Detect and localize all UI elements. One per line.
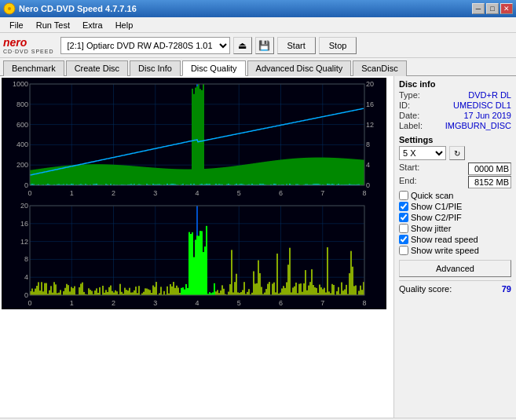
minimize-button[interactable]: ─ (472, 3, 485, 14)
show-write-speed-checkbox[interactable] (399, 246, 408, 255)
quality-score-label: Quality score: (399, 284, 452, 294)
show-write-speed-label: Show write speed (411, 246, 479, 255)
quick-scan-label: Quick scan (411, 191, 453, 200)
start-mb-row: Start: (399, 163, 511, 175)
tab-bar: Benchmark Create Disc Disc Info Disc Qua… (0, 58, 516, 76)
show-c2-label: Show C2/PIF (411, 213, 462, 222)
speed-selector[interactable]: 5 X (399, 146, 446, 160)
settings-section: Settings 5 X ↻ Start: End: Quick scan (399, 135, 511, 277)
maximize-button[interactable]: □ (486, 3, 499, 14)
main-content: Disc info Type: DVD+R DL ID: UMEDISC DL1… (0, 76, 516, 418)
show-c1-label: Show C1/PIE (411, 202, 462, 211)
start-mb-input[interactable] (468, 163, 511, 175)
nero-logo-text: nero (3, 36, 27, 49)
stop-button[interactable]: Stop (319, 37, 357, 54)
close-button[interactable]: ✕ (500, 3, 513, 14)
show-jitter-row: Show jitter (399, 224, 511, 233)
show-c1-row: Show C1/PIE (399, 202, 511, 211)
menu-run-test[interactable]: Run Test (30, 19, 76, 31)
drive-selector[interactable]: [2:1] Optiarc DVD RW AD-7280S 1.01 (60, 37, 230, 54)
upper-chart (2, 78, 386, 199)
save-icon-button[interactable]: 💾 (255, 37, 274, 54)
start-button[interactable]: Start (277, 37, 316, 54)
tab-scan-disc[interactable]: ScanDisc (353, 60, 406, 76)
charts-area (0, 76, 394, 418)
app-icon (3, 2, 16, 15)
show-jitter-label: Show jitter (411, 224, 451, 233)
disc-date-value: 17 Jun 2019 (463, 111, 511, 120)
tab-create-disc[interactable]: Create Disc (66, 60, 128, 76)
tab-benchmark[interactable]: Benchmark (3, 60, 64, 76)
disc-id-row: ID: UMEDISC DL1 (399, 100, 511, 110)
disc-date-label: Date: (399, 111, 419, 120)
tab-advanced-disc-quality[interactable]: Advanced Disc Quality (247, 60, 352, 76)
disc-id-value: UMEDISC DL1 (453, 100, 511, 110)
disc-date-row: Date: 17 Jun 2019 (399, 111, 511, 120)
disc-label-value: IMGBURN_DISC (445, 121, 511, 130)
stats-panel: Disc info Type: DVD+R DL ID: UMEDISC DL1… (394, 76, 516, 418)
eject-icon-button[interactable]: ⏏ (233, 37, 252, 54)
lower-chart (2, 199, 386, 309)
menu-extra[interactable]: Extra (76, 19, 109, 31)
show-c2-checkbox[interactable] (399, 213, 408, 222)
quick-scan-row: Quick scan (399, 191, 511, 200)
disc-label-label: Label: (399, 121, 423, 130)
quality-score-value: 79 (502, 284, 511, 294)
toolbar: nero CD·DVD SPEED [2:1] Optiarc DVD RW A… (0, 33, 516, 58)
show-read-speed-label: Show read speed (411, 235, 478, 244)
speed-row: 5 X ↻ (399, 146, 511, 160)
window-title: Nero CD-DVD Speed 4.7.7.16 (19, 4, 137, 13)
disc-type-value: DVD+R DL (468, 90, 511, 100)
show-read-speed-row: Show read speed (399, 235, 511, 244)
end-mb-input[interactable] (468, 176, 511, 188)
show-c2-row: Show C2/PIF (399, 213, 511, 222)
tab-disc-info[interactable]: Disc Info (130, 60, 181, 76)
disc-type-row: Type: DVD+R DL (399, 90, 511, 100)
disc-info-title: Disc info (399, 79, 511, 89)
title-bar: Nero CD-DVD Speed 4.7.7.16 ─ □ ✕ (0, 0, 516, 17)
quality-score-row: Quality score: 79 (399, 280, 511, 294)
disc-id-label: ID: (399, 100, 410, 110)
disc-label-row: Label: IMGBURN_DISC (399, 121, 511, 130)
show-read-speed-checkbox[interactable] (399, 235, 408, 244)
show-write-speed-row: Show write speed (399, 246, 511, 255)
start-mb-label: Start: (399, 163, 419, 175)
nero-logo-subtitle: CD·DVD SPEED (3, 49, 54, 54)
end-mb-label: End: (399, 176, 417, 188)
window-controls: ─ □ ✕ (472, 3, 513, 14)
advanced-button[interactable]: Advanced (399, 260, 511, 277)
svg-point-1 (8, 7, 11, 10)
tab-disc-quality[interactable]: Disc Quality (182, 60, 246, 76)
settings-title: Settings (399, 135, 511, 144)
menu-bar: File Run Test Extra Help (0, 17, 516, 33)
show-jitter-checkbox[interactable] (399, 224, 408, 233)
refresh-button[interactable]: ↻ (449, 146, 465, 160)
disc-type-label: Type: (399, 90, 420, 100)
end-mb-row: End: (399, 176, 511, 188)
quick-scan-checkbox[interactable] (399, 191, 408, 200)
nero-logo: nero CD·DVD SPEED (3, 36, 54, 54)
show-c1-checkbox[interactable] (399, 202, 408, 211)
menu-file[interactable]: File (3, 19, 30, 31)
menu-help[interactable]: Help (109, 19, 140, 31)
